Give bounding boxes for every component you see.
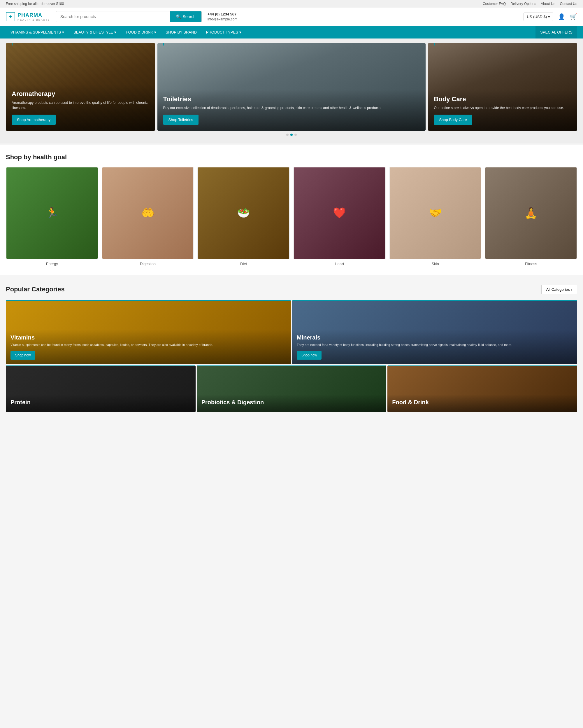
contact-info: +44 (0) 1234 567 info@example.com bbox=[207, 12, 238, 22]
currency-selector[interactable]: US (USD $) ▾ bbox=[524, 12, 553, 21]
nav-food[interactable]: FOOD & DRINK ▾ bbox=[121, 26, 161, 38]
health-goals-section: Shop by health goal 🏃 Energy 🤲 Digestion… bbox=[0, 145, 583, 275]
nav-product-types[interactable]: PRODUCT TYPES ▾ bbox=[201, 26, 246, 38]
goal-fitness-img-bg: 🧘 bbox=[485, 167, 577, 259]
protein-accent bbox=[6, 365, 196, 366]
hero-aromatherapy-title: Aromatherapy bbox=[12, 90, 149, 98]
goal-digestion-label: Digestion bbox=[102, 262, 194, 266]
hero-cards-container: Aromatherapy Aromatherapy products can b… bbox=[6, 43, 577, 131]
customer-faq-link[interactable]: Customer FAQ bbox=[483, 2, 506, 6]
hero-toiletries-content: Toiletries Buy our exclusive collection … bbox=[158, 89, 426, 131]
search-input[interactable] bbox=[56, 11, 170, 22]
minerals-shop-btn[interactable]: Shop now bbox=[297, 351, 322, 360]
nav-beauty-label: BEAUTY & LIFESTYLE bbox=[74, 30, 113, 34]
protein-title: Protein bbox=[10, 399, 191, 406]
nav-food-label: FOOD & DRINK bbox=[126, 30, 153, 34]
contact-us-link[interactable]: Contact Us bbox=[560, 2, 577, 6]
goal-heart-label: Heart bbox=[293, 262, 386, 266]
search-bar: 🔍 Search bbox=[56, 11, 202, 22]
vitamins-content: Vitamins Vitamin supplements can be foun… bbox=[6, 330, 291, 364]
goal-diet[interactable]: 🥗 Diet bbox=[197, 167, 290, 266]
search-label: Search bbox=[183, 14, 196, 19]
all-categories-button[interactable]: All Categories › bbox=[541, 285, 577, 294]
categories-small-row: Protein Probiotics & Digestion Food & Dr… bbox=[6, 365, 577, 412]
logo[interactable]: + PHARMA HEALTH & BEAUTY bbox=[6, 12, 50, 21]
minerals-title: Minerals bbox=[297, 334, 573, 341]
nav-product-types-label: PRODUCT TYPES bbox=[206, 30, 238, 34]
hero-aromatherapy-btn[interactable]: Shop Aromatherapy bbox=[12, 114, 56, 125]
cart-icon[interactable]: 🛒 bbox=[570, 13, 577, 20]
hero-toiletries-desc: Buy our exclusive collection of deodoran… bbox=[163, 105, 420, 110]
logo-sub: HEALTH & BEAUTY bbox=[18, 18, 50, 21]
goal-fitness[interactable]: 🧘 Fitness bbox=[485, 167, 577, 266]
goal-fitness-img: 🧘 bbox=[485, 167, 577, 259]
slider-dot-2[interactable] bbox=[290, 134, 293, 136]
main-nav: VITAMINS & SUPPLEMENTS ▾ BEAUTY & LIFEST… bbox=[0, 26, 583, 38]
food-title: Food & Drink bbox=[392, 399, 573, 406]
category-card-probiotics[interactable]: Probiotics & Digestion bbox=[197, 365, 387, 412]
category-card-food[interactable]: Food & Drink bbox=[387, 365, 577, 412]
probiotics-accent bbox=[197, 365, 387, 366]
all-categories-icon: › bbox=[571, 287, 572, 292]
category-card-protein[interactable]: Protein bbox=[6, 365, 196, 412]
goal-heart-img: ❤️ bbox=[293, 167, 386, 259]
goal-heart[interactable]: ❤️ Heart bbox=[293, 167, 386, 266]
about-us-link[interactable]: About Us bbox=[541, 2, 555, 6]
hero-bodycare-desc: Our online store is always open to provi… bbox=[434, 105, 571, 110]
search-icon: 🔍 bbox=[176, 14, 181, 19]
shipping-message: Free shipping for all orders over $100 bbox=[6, 2, 64, 6]
email-address: info@example.com bbox=[207, 17, 238, 22]
category-card-minerals[interactable]: Minerals They are needed for a variety o… bbox=[292, 300, 577, 364]
hero-bodycare-btn[interactable]: Shop Body Care bbox=[434, 114, 472, 125]
logo-name: PHARMA bbox=[18, 12, 50, 18]
health-goals-title: Shop by health goal bbox=[6, 153, 577, 161]
vitamins-accent bbox=[6, 300, 291, 301]
goal-skin-img-bg: 🤝 bbox=[390, 167, 481, 259]
food-accent bbox=[387, 365, 577, 366]
account-icon[interactable]: 👤 bbox=[558, 13, 565, 20]
slider-dot-1[interactable] bbox=[286, 134, 288, 136]
goal-skin[interactable]: 🤝 Skin bbox=[389, 167, 481, 266]
logo-text: PHARMA HEALTH & BEAUTY bbox=[18, 12, 50, 21]
food-content: Food & Drink bbox=[387, 394, 577, 412]
hero-toiletries-btn[interactable]: Shop Toiletries bbox=[163, 114, 198, 125]
nav-brand[interactable]: SHOP BY BRAND bbox=[161, 26, 201, 38]
probiotics-title: Probiotics & Digestion bbox=[201, 399, 382, 406]
goal-energy[interactable]: 🏃 Energy bbox=[6, 167, 98, 266]
popular-categories-section: Popular Categories All Categories › Vita… bbox=[0, 276, 583, 421]
goal-diet-label: Diet bbox=[197, 262, 290, 266]
vitamins-title: Vitamins bbox=[10, 334, 286, 341]
nav-vitamins-dropdown-icon: ▾ bbox=[62, 30, 64, 34]
nav-brand-label: SHOP BY BRAND bbox=[166, 30, 196, 34]
nav-special-offers[interactable]: SPECIAL OFFERS bbox=[535, 26, 577, 38]
top-bar-links: Customer FAQ Delivery Options About Us C… bbox=[483, 2, 577, 6]
goal-diet-img: 🥗 bbox=[197, 167, 290, 259]
header: + PHARMA HEALTH & BEAUTY 🔍 Search +44 (0… bbox=[0, 7, 583, 26]
goal-fitness-label: Fitness bbox=[485, 262, 577, 266]
hero-card-bodycare: Body Care Our online store is always ope… bbox=[428, 43, 577, 131]
hero-aromatherapy-content: Aromatherapy Aromatherapy products can b… bbox=[6, 84, 155, 131]
currency-dropdown-icon: ▾ bbox=[548, 15, 550, 19]
nav-product-types-dropdown-icon: ▾ bbox=[239, 30, 241, 34]
vitamins-desc: Vitamin supplements can be found in many… bbox=[10, 343, 286, 347]
categories-large-row: Vitamins Vitamin supplements can be foun… bbox=[6, 300, 577, 364]
categories-header: Popular Categories All Categories › bbox=[6, 285, 577, 294]
delivery-options-link[interactable]: Delivery Options bbox=[510, 2, 536, 6]
hero-card-aromatherapy: Aromatherapy Aromatherapy products can b… bbox=[6, 43, 155, 131]
slider-dot-3[interactable] bbox=[295, 134, 297, 136]
header-right: US (USD $) ▾ 👤 🛒 bbox=[524, 12, 577, 21]
category-card-vitamins[interactable]: Vitamins Vitamin supplements can be foun… bbox=[6, 300, 291, 364]
nav-special-label: SPECIAL OFFERS bbox=[540, 30, 573, 34]
vitamins-shop-btn[interactable]: Shop now bbox=[10, 351, 35, 360]
hero-aromatherapy-desc: Aromatherapy products can be used to imp… bbox=[12, 100, 149, 110]
categories-title: Popular Categories bbox=[6, 286, 65, 293]
search-button[interactable]: 🔍 Search bbox=[170, 11, 201, 22]
goal-digestion[interactable]: 🤲 Digestion bbox=[102, 167, 194, 266]
goal-digestion-img: 🤲 bbox=[102, 167, 194, 259]
nav-beauty[interactable]: BEAUTY & LIFESTYLE ▾ bbox=[69, 26, 121, 38]
goal-energy-label: Energy bbox=[6, 262, 98, 266]
top-bar: Free shipping for all orders over $100 C… bbox=[0, 0, 583, 7]
nav-vitamins[interactable]: VITAMINS & SUPPLEMENTS ▾ bbox=[6, 26, 69, 38]
protein-content: Protein bbox=[6, 394, 196, 412]
currency-label: US (USD $) bbox=[527, 15, 547, 19]
